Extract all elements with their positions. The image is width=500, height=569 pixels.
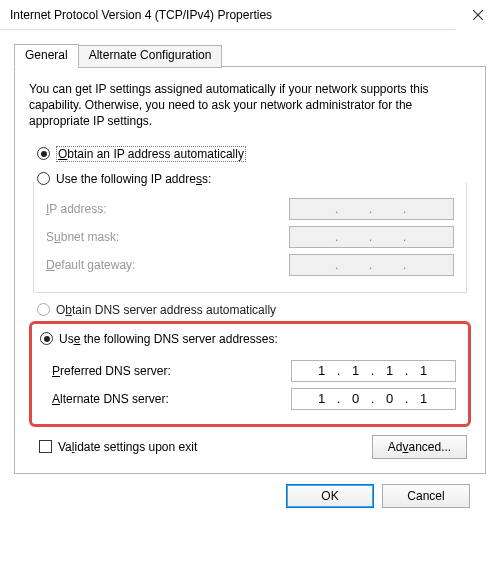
tab-body-general: You can get IP settings assigned automat… [14,66,486,474]
ip-address-input: ... [289,198,454,220]
default-gateway-row: Default gateway: ... [46,254,454,276]
alternate-dns-row: Alternate DNS server: 1.0.0.1 [52,388,456,410]
close-button[interactable] [455,0,500,30]
radio-label: Obtain an IP address automatically [56,146,246,162]
radio-icon [37,303,50,316]
tab-alternate-configuration[interactable]: Alternate Configuration [78,45,223,68]
subnet-mask-label: Subnet mask: [46,230,119,244]
close-icon [473,10,483,20]
ip-settings-group: IP address: ... Subnet mask: ... Default… [33,182,467,293]
validate-label: Validate settings upon exit [58,440,197,454]
cancel-button[interactable]: Cancel [382,484,470,508]
preferred-dns-label: Preferred DNS server: [52,364,171,378]
alternate-dns-label: Alternate DNS server: [52,392,169,406]
tab-strip: General Alternate Configuration [14,44,486,67]
dns-highlight: Use the following DNS server addresses: … [29,321,471,427]
preferred-dns-row: Preferred DNS server: 1.1.1.1 [52,360,456,382]
radio-obtain-dns-auto: Obtain DNS server address automatically [37,303,471,317]
radio-use-dns-manual[interactable]: Use the following DNS server addresses: [40,332,462,346]
radio-icon [37,147,50,160]
radio-obtain-ip-auto[interactable]: Obtain an IP address automatically [37,146,471,162]
window-title: Internet Protocol Version 4 (TCP/IPv4) P… [10,8,455,22]
ip-address-label: IP address: [46,202,107,216]
ok-button[interactable]: OK [286,484,374,508]
radio-label: Obtain DNS server address automatically [56,303,276,317]
default-gateway-label: Default gateway: [46,258,135,272]
ip-address-row: IP address: ... [46,198,454,220]
bottom-row: Validate settings upon exit Advanced... [39,435,467,459]
advanced-button[interactable]: Advanced... [372,435,467,459]
validate-checkbox[interactable]: Validate settings upon exit [39,440,197,454]
subnet-mask-row: Subnet mask: ... [46,226,454,248]
titlebar: Internet Protocol Version 4 (TCP/IPv4) P… [0,0,500,30]
subnet-mask-input: ... [289,226,454,248]
tab-general[interactable]: General [14,44,79,67]
radio-icon [40,332,53,345]
dialog-actions: OK Cancel [14,474,486,508]
checkbox-icon [39,440,52,453]
preferred-dns-input[interactable]: 1.1.1.1 [291,360,456,382]
radio-label: Use the following DNS server addresses: [59,332,278,346]
alternate-dns-input[interactable]: 1.0.0.1 [291,388,456,410]
dialog-content: General Alternate Configuration You can … [0,30,500,518]
default-gateway-input: ... [289,254,454,276]
description-text: You can get IP settings assigned automat… [29,81,471,130]
